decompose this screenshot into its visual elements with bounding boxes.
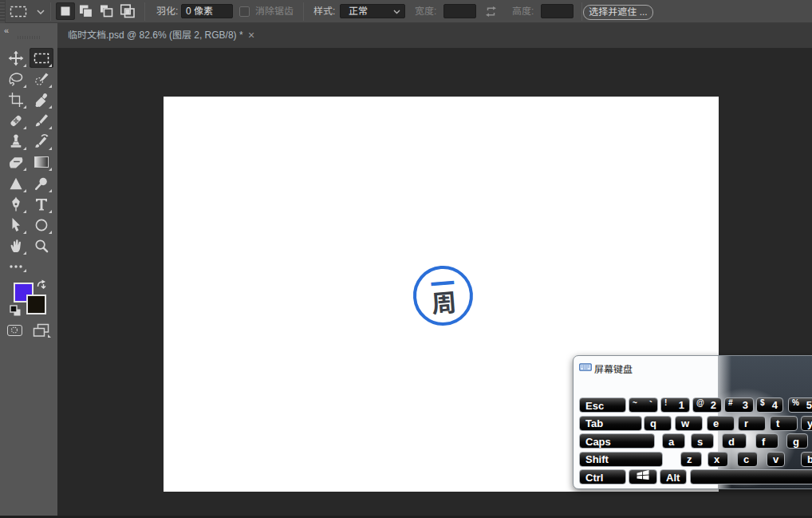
zoom-tool[interactable] [30, 235, 53, 255]
flyout-indicator [49, 231, 52, 234]
key-shift[interactable]: Shift [579, 452, 663, 467]
background-color-swatch[interactable] [26, 295, 46, 314]
key-b[interactable]: b [801, 452, 812, 467]
default-colors-icon[interactable] [10, 305, 22, 317]
divider [50, 2, 51, 21]
key-space[interactable] [690, 469, 812, 484]
pen-tool[interactable] [4, 194, 28, 214]
key-alt[interactable]: Alt [660, 469, 687, 484]
gradient-tool[interactable] [30, 152, 53, 172]
key-g[interactable]: g [786, 433, 808, 449]
flyout-indicator [23, 126, 26, 129]
swap-colors-icon[interactable] [36, 279, 47, 291]
crop-tool[interactable] [4, 89, 28, 109]
key-backtick[interactable]: ~` [629, 397, 658, 413]
flyout-indicator [23, 105, 26, 109]
key-r[interactable]: r [738, 416, 766, 431]
options-bar-grip[interactable] [0, 0, 6, 23]
swap-dimensions-icon[interactable] [485, 6, 497, 17]
antialias-checkbox[interactable] [239, 6, 250, 17]
key-1[interactable]: !1 [660, 397, 690, 413]
toolbar-grip [18, 36, 40, 39]
flyout-indicator [23, 269, 26, 272]
height-label: 高度: [512, 0, 534, 23]
tool-preset-picker[interactable] [6, 2, 48, 21]
flyout-indicator [23, 168, 26, 171]
new-selection-mode-button[interactable] [56, 2, 75, 20]
key-t[interactable]: t [770, 416, 798, 431]
key-c[interactable]: c [737, 452, 758, 467]
tools-panel: « [0, 23, 57, 516]
quick-mask-button[interactable] [7, 325, 22, 336]
key-a[interactable]: a [662, 433, 685, 449]
key-q[interactable]: q [644, 416, 672, 431]
width-label: 宽度: [415, 0, 436, 23]
type-tool[interactable] [30, 194, 53, 214]
divider [144, 2, 145, 21]
flyout-indicator [49, 189, 52, 192]
add-to-selection-icon [79, 5, 93, 18]
move-tool[interactable] [4, 48, 28, 68]
key-e[interactable]: e [707, 416, 735, 431]
hand-tool[interactable] [4, 235, 28, 255]
photoshop-window: 羽化: 0 像素 消除锯齿 样式: 正常 宽度: 高度: 选择并遮住 ... 临… [0, 0, 812, 518]
key-caps[interactable]: Caps [579, 433, 655, 449]
key-v[interactable]: v [767, 452, 785, 467]
subtract-from-selection-mode-button[interactable] [97, 2, 116, 20]
select-and-mask-button[interactable]: 选择并遮住 ... [583, 5, 653, 20]
edit-toolbar-button[interactable] [4, 260, 28, 273]
clone-stamp-tool[interactable] [4, 131, 28, 151]
flyout-indicator [23, 147, 26, 150]
flyout-indicator [49, 210, 52, 213]
key-esc[interactable]: Esc [579, 397, 626, 413]
osk-window-title: 屏幕键盘 [594, 362, 633, 375]
eraser-tool[interactable] [4, 152, 28, 172]
on-screen-keyboard-window[interactable]: 屏幕键盘 Esc~`!1@2#3$4%5TabqwertyCapsasdfgSh… [573, 355, 812, 489]
lasso-tool[interactable] [4, 69, 28, 89]
flyout-indicator [23, 189, 26, 192]
key-4[interactable]: $4 [756, 397, 783, 413]
key-ctrl[interactable]: Ctrl [579, 469, 626, 484]
add-to-selection-mode-button[interactable] [77, 2, 96, 20]
divider [303, 2, 304, 21]
brush-tool[interactable] [30, 110, 53, 130]
document-tab-title: 临时文档.psd @ 82.6% (图层 2, RGB/8) * [68, 23, 243, 48]
quick-selection-tool[interactable] [30, 69, 53, 89]
path-selection-tool[interactable] [4, 215, 28, 235]
flyout-indicator [49, 64, 52, 67]
key-5[interactable]: %5 [788, 397, 812, 413]
feather-input[interactable]: 0 像素 [181, 4, 233, 18]
key-tab[interactable]: Tab [579, 416, 642, 431]
flyout-indicator [23, 210, 26, 213]
width-input[interactable] [443, 4, 476, 18]
logo-artwork: 一 周 [379, 235, 507, 356]
key-f[interactable]: f [755, 433, 778, 449]
key-w[interactable]: w [675, 416, 703, 431]
key-x[interactable]: x [708, 452, 728, 467]
ellipse-shape-tool[interactable] [30, 215, 53, 235]
antialias-label: 消除锯齿 [255, 0, 294, 23]
key-3[interactable]: #3 [724, 397, 754, 413]
history-brush-tool[interactable] [30, 131, 53, 151]
marquee-preset-icon [11, 7, 26, 17]
document-tab-bar: 临时文档.psd @ 82.6% (图层 2, RGB/8) * × [57, 23, 812, 48]
key-s[interactable]: s [691, 433, 714, 449]
key-d[interactable]: d [722, 433, 747, 449]
new-selection-icon [59, 5, 72, 18]
eyedropper-tool[interactable] [30, 89, 53, 109]
sharpen-tool[interactable] [4, 173, 28, 193]
key-2[interactable]: @2 [692, 397, 722, 413]
key-win[interactable] [629, 469, 657, 484]
dodge-tool[interactable] [30, 173, 53, 193]
spot-healing-brush-tool[interactable] [4, 110, 28, 130]
flyout-indicator [23, 231, 26, 234]
key-z[interactable]: z [680, 452, 702, 467]
intersect-selection-mode-button[interactable] [118, 2, 137, 20]
collapse-panel-icon[interactable]: « [4, 26, 8, 35]
rectangular-marquee-tool[interactable] [30, 48, 53, 68]
style-dropdown[interactable]: 正常 [340, 4, 405, 18]
key-y[interactable]: y [801, 416, 812, 431]
tab-close-icon[interactable]: × [248, 23, 254, 48]
height-input[interactable] [541, 4, 574, 18]
screen-mode-button[interactable] [32, 323, 51, 338]
